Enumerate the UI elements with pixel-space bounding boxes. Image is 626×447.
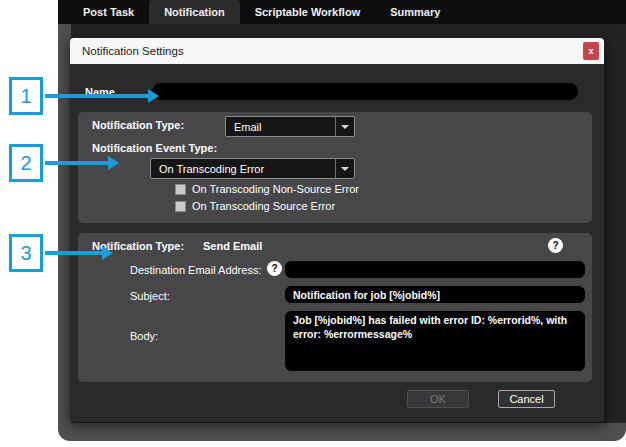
checkbox-icon[interactable] bbox=[175, 184, 186, 195]
name-input[interactable] bbox=[152, 83, 578, 100]
dropdown-caret-zone[interactable] bbox=[335, 159, 354, 178]
tab-notification[interactable]: Notification bbox=[149, 0, 240, 24]
callout-1-arrow bbox=[45, 94, 148, 98]
destination-email-label: Destination Email Address: bbox=[130, 264, 261, 276]
notification-type-label: Notification Type: bbox=[92, 119, 184, 131]
dialog-body: Name Notification Type: Email Notificati… bbox=[70, 64, 604, 422]
send-email-header-value: Send Email bbox=[203, 240, 262, 252]
callout-2-number: 2 bbox=[20, 152, 31, 175]
subject-label: Subject: bbox=[130, 290, 170, 302]
checkbox-icon[interactable] bbox=[175, 201, 186, 212]
subject-input[interactable] bbox=[285, 286, 585, 303]
checkbox-source-error[interactable]: On Transcoding Source Error bbox=[175, 200, 335, 212]
tab-summary[interactable]: Summary bbox=[375, 0, 455, 24]
arrow-right-icon bbox=[108, 156, 119, 170]
notification-type-dropdown[interactable]: Email bbox=[225, 116, 355, 137]
body-label: Body: bbox=[130, 330, 158, 342]
help-icon[interactable]: ? bbox=[548, 238, 563, 253]
dialog-title: Notification Settings bbox=[82, 45, 184, 57]
checkbox-label: On Transcoding Source Error bbox=[192, 200, 335, 212]
callout-3-number: 3 bbox=[20, 242, 31, 265]
event-type-value: On Transcoding Error bbox=[151, 163, 335, 175]
event-type-label: Notification Event Type: bbox=[92, 142, 217, 154]
close-icon[interactable]: x bbox=[583, 42, 599, 60]
chevron-down-icon bbox=[341, 167, 349, 171]
notification-type-value: Email bbox=[226, 121, 335, 133]
chevron-down-icon bbox=[341, 125, 349, 129]
dropdown-caret-zone[interactable] bbox=[335, 117, 354, 136]
arrow-right-icon bbox=[102, 246, 113, 260]
callout-1: 1 bbox=[9, 77, 43, 115]
tab-post-task[interactable]: Post Task bbox=[68, 0, 149, 24]
help-icon[interactable]: ? bbox=[267, 261, 282, 276]
callout-1-number: 1 bbox=[20, 85, 31, 108]
callout-2-arrow bbox=[45, 161, 108, 165]
destination-email-input[interactable] bbox=[285, 261, 585, 278]
send-email-section: Notification Type: Send Email ? Destinat… bbox=[78, 233, 592, 382]
callout-2: 2 bbox=[9, 144, 43, 182]
ok-button[interactable]: OK bbox=[407, 390, 469, 408]
screenshot-root: Post Task Notification Scriptable Workfl… bbox=[0, 0, 626, 447]
arrow-right-icon bbox=[148, 89, 159, 103]
event-type-section: Notification Type: Email Notification Ev… bbox=[78, 112, 592, 223]
tab-scriptable-workflow[interactable]: Scriptable Workflow bbox=[240, 0, 376, 24]
dialog-title-bar: Notification Settings x bbox=[70, 38, 604, 64]
checkbox-non-source-error[interactable]: On Transcoding Non-Source Error bbox=[175, 183, 359, 195]
cancel-button[interactable]: Cancel bbox=[498, 390, 555, 408]
callout-3-arrow bbox=[45, 251, 102, 255]
event-type-dropdown[interactable]: On Transcoding Error bbox=[150, 158, 355, 179]
body-textarea[interactable]: Job [%jobid%] has failed with error ID: … bbox=[285, 311, 585, 371]
checkbox-label: On Transcoding Non-Source Error bbox=[192, 183, 359, 195]
callout-3: 3 bbox=[9, 234, 43, 272]
tab-bar: Post Task Notification Scriptable Workfl… bbox=[58, 0, 626, 24]
